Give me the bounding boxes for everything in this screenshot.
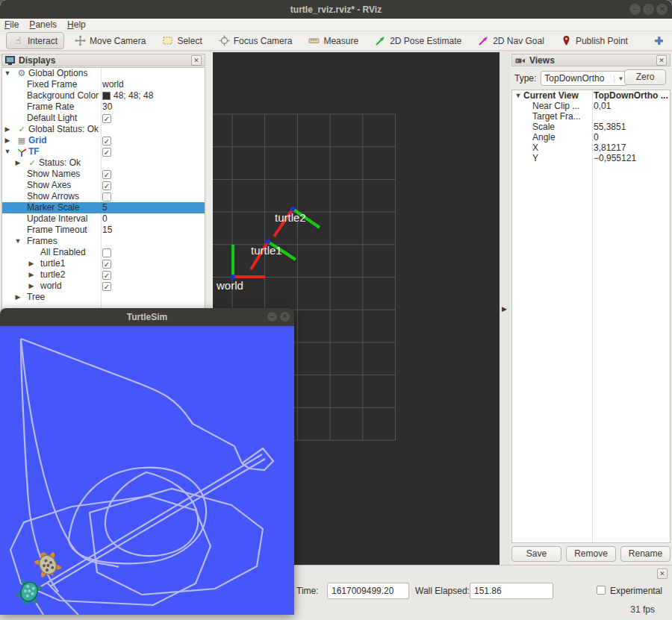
expander-open-icon[interactable]: ▼ [13,236,22,247]
wall-time-input[interactable] [327,583,409,599]
property-value[interactable]: 0,01 [594,101,611,111]
checkbox[interactable]: ✓ [102,148,111,157]
checkbox[interactable]: ✓ [102,137,111,145]
expander-closed-icon[interactable]: ▶ [3,135,12,146]
tool-interact[interactable]: ☝Interact [6,32,64,49]
checkbox[interactable] [102,248,111,257]
display-row-world[interactable]: ▶world✓ [2,281,205,292]
save-button[interactable]: Save [511,546,561,562]
display-row-marker-scale[interactable]: Marker Scale5 [2,202,205,213]
close-icon[interactable]: ✕ [656,4,668,15]
property-value[interactable]: 48; 48; 48 [113,90,153,101]
property-value[interactable]: 0 [594,132,599,143]
display-row-all-enabled[interactable]: All Enabled [2,247,205,258]
expander-open-icon[interactable]: ▼ [3,68,12,79]
menu-item-file[interactable]: File [4,19,19,30]
display-row-background-color[interactable]: Background Color48; 48; 48 [2,90,205,101]
views-close-icon[interactable]: ✕ [656,55,667,66]
property-value[interactable]: 15 [102,225,112,236]
checkbox[interactable]: ✓ [102,271,111,280]
views-panel-header[interactable]: Views ✕ [511,54,671,66]
tool-move-camera[interactable]: Move Camera [69,33,152,48]
display-row-show-names[interactable]: Show Names✓ [2,169,205,180]
display-row-tf[interactable]: ▼TF✓ [2,146,205,157]
expander-open-icon[interactable]: ▼ [3,146,12,157]
panel-splitter[interactable]: ▶ [500,52,510,565]
view-row-x[interactable]: X3,81217 [512,143,670,153]
view-row-angle[interactable]: Angle0 [512,132,670,143]
view-type-select[interactable]: TopDownOrtho ▼ [541,71,627,86]
splitter-arrow-icon[interactable]: ▶ [502,305,507,313]
menu-item-help[interactable]: Help [67,19,86,30]
add-tool-button[interactable] [653,35,665,46]
expander-closed-icon[interactable]: ▶ [27,258,36,269]
display-row-fixed-frame[interactable]: Fixed Frameworld [2,79,205,90]
checkbox[interactable]: ✓ [102,260,111,269]
expander-closed-icon[interactable]: ▶ [27,269,36,281]
property-value[interactable]: 30 [102,101,112,113]
display-row-turtle2[interactable]: ▶turtle2✓ [2,269,205,281]
expander-closed-icon[interactable]: ▶ [13,157,22,169]
rename-button[interactable]: Rename [620,546,671,562]
minimize-icon[interactable]: – [629,4,641,15]
check-icon: ✓ [16,125,27,134]
checkbox[interactable]: ✓ [102,181,111,190]
property-value[interactable]: 55,3851 [594,122,626,132]
view-row-current-view[interactable]: ▼Current ViewTopDownOrtho ... [512,90,670,101]
expander-closed-icon[interactable]: ▶ [3,124,12,135]
display-row-turtle1[interactable]: ▶turtle1✓ [2,258,205,269]
checkbox[interactable]: ✓ [102,282,111,291]
expander-closed-icon[interactable]: ▶ [27,281,36,292]
experimental-checkbox[interactable] [597,586,606,595]
property-value[interactable]: 0 [102,213,108,225]
color-swatch[interactable] [102,92,111,100]
expander-open-icon[interactable]: ▼ [514,90,523,101]
tool-2d-nav-goal[interactable]: 2D Nav Goal [472,33,550,48]
turtlesim-title-bar[interactable]: TurtleSim – ✕ [0,308,294,326]
zero-button[interactable]: Zero [624,69,666,85]
view-row-y[interactable]: Y−0,955121 [512,153,670,163]
display-row-status-ok[interactable]: ▶✓Status: Ok [2,157,205,169]
turtlesim-canvas[interactable] [0,326,294,615]
display-row-show-axes[interactable]: Show Axes✓ [2,180,205,191]
tool-2d-pose-estimate[interactable]: 2D Pose Estimate [369,33,467,48]
tool-publish-point[interactable]: Publish Point [555,33,634,48]
view-row-scale[interactable]: Scale55,3851 [512,122,670,132]
menu-item-panels[interactable]: Panels [29,19,57,30]
display-row-tree[interactable]: ▶Tree [2,292,205,303]
tool-measure[interactable]: Measure [302,33,364,48]
display-row-default-light[interactable]: Default Light✓ [2,113,205,124]
tool-focus-camera[interactable]: Focus Camera [213,33,299,48]
display-row-frames[interactable]: ▼Frames [2,236,205,247]
turtlesim-minimize-icon[interactable]: – [267,312,277,322]
remove-button[interactable]: Remove [566,546,616,562]
property-value[interactable]: TopDownOrtho ... [594,90,668,101]
displays-panel-header[interactable]: Displays ✕ [1,54,205,66]
checkbox[interactable]: ✓ [102,114,111,123]
property-value[interactable]: 3,81217 [594,143,626,153]
title-bar[interactable]: turtle_rviz.rviz* - RViz – □ ✕ [0,0,672,19]
display-row-frame-timeout[interactable]: Frame Timeout15 [2,225,205,236]
checkbox[interactable]: ✓ [102,170,111,179]
wall-elapsed-input[interactable] [470,583,553,599]
tool-select[interactable]: Select [156,33,208,48]
property-value[interactable]: 5 [102,202,108,213]
view-row-near-clip-[interactable]: Near Clip ...0,01 [512,101,670,111]
display-row-grid[interactable]: ▶▦Grid✓ [2,135,205,146]
display-row-global-options[interactable]: ▼⚙Global Options [2,68,205,79]
display-row-global-status-ok[interactable]: ▶✓Global Status: Ok [2,124,205,135]
turtlesim-close-icon[interactable]: ✕ [280,312,290,322]
time-panel-close-icon[interactable]: ✕ [657,569,668,579]
maximize-icon[interactable]: □ [643,4,654,15]
displays-close-icon[interactable]: ✕ [191,55,202,66]
display-row-update-interval[interactable]: Update Interval0 [2,213,205,225]
display-row-frame-rate[interactable]: Frame Rate30 [2,101,205,113]
expander-closed-icon[interactable]: ▶ [13,292,22,303]
experimental-label: Experimental [610,586,662,596]
display-row-show-arrows[interactable]: Show Arrows [2,191,205,202]
view-row-target-fra-[interactable]: Target Fra... [512,111,670,122]
toolbar: ☝InteractMove CameraSelectFocus CameraMe… [0,31,672,51]
property-value[interactable]: world [102,79,124,90]
checkbox[interactable] [102,192,111,201]
property-value[interactable]: −0,955121 [594,153,636,163]
